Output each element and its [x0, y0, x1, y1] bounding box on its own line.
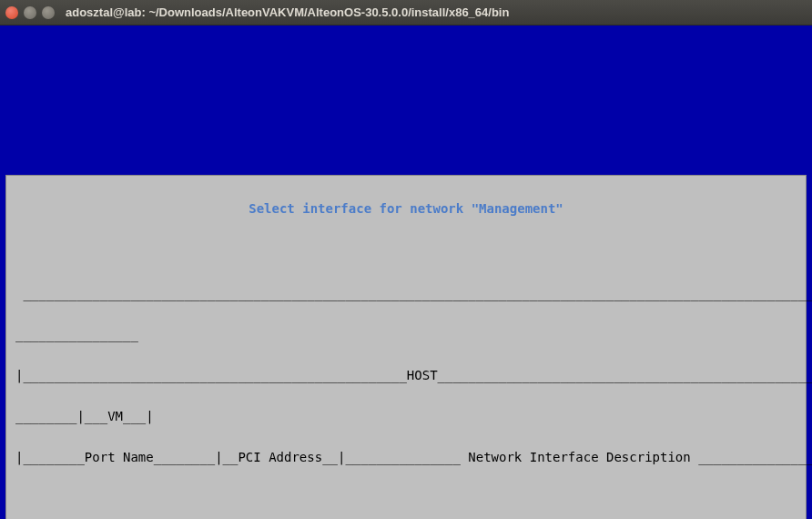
minimize-icon[interactable]: [24, 6, 36, 19]
window-buttons: [5, 6, 55, 19]
window-titlebar: adosztal@lab: ~/Downloads/AlteonVAKVM/Al…: [0, 0, 812, 25]
dialog-header-lines: ________________________________________…: [6, 260, 806, 492]
header-line: ________________: [15, 328, 797, 341]
select-interface-dialog: Select interface for network "Management…: [5, 175, 807, 519]
terminal-viewport: Select interface for network "Management…: [0, 25, 812, 519]
header-line: ________________________________________…: [15, 287, 797, 300]
maximize-icon[interactable]: [42, 6, 55, 19]
header-host-line: |_______________________________________…: [15, 369, 797, 382]
dialog-title: Select interface for network "Management…: [6, 202, 806, 218]
header-vm-line: ________|___VM___|: [15, 410, 797, 423]
header-columns-line: |________Port Name________|__PCI Address…: [15, 451, 797, 464]
window-title: adosztal@lab: ~/Downloads/AlteonVAKVM/Al…: [66, 5, 509, 19]
close-icon[interactable]: [5, 6, 18, 19]
